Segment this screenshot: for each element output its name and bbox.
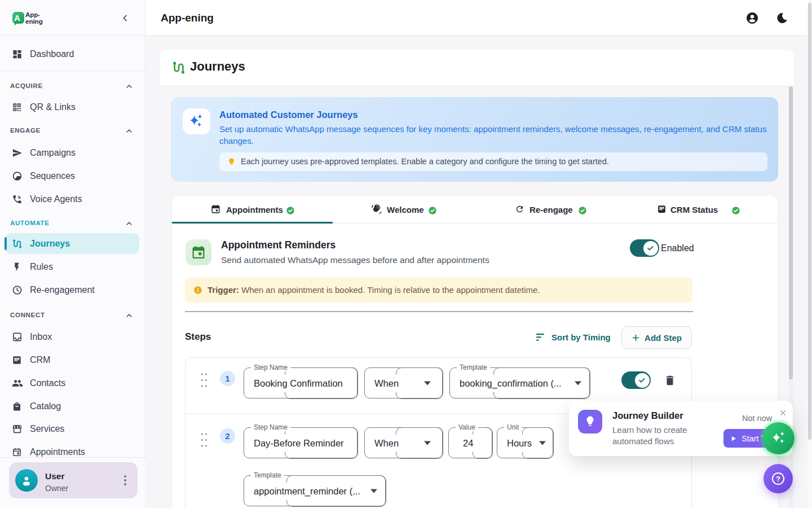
svg-text:?: ? (776, 475, 780, 483)
